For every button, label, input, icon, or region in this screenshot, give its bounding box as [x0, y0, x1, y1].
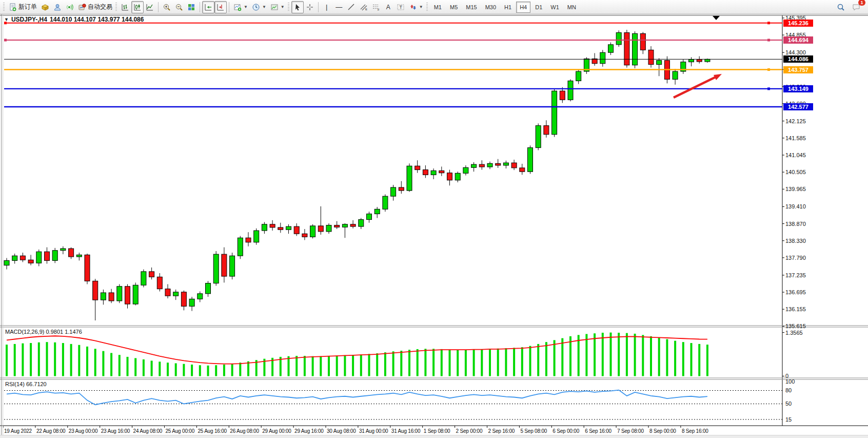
cursor-icon	[293, 3, 302, 11]
macd-histogram-bar	[127, 357, 129, 376]
text-label-button[interactable]: T	[394, 1, 407, 13]
candle-body	[471, 164, 477, 167]
candle-body	[222, 254, 227, 276]
tile-windows-button[interactable]	[185, 1, 198, 13]
auto-scroll-button[interactable]	[202, 1, 214, 13]
candle-body	[391, 187, 396, 196]
hline-handle[interactable]	[767, 68, 770, 71]
macd-histogram-bar	[376, 353, 378, 376]
toolbar-grip[interactable]	[426, 3, 428, 12]
fibonacci-button[interactable]: F	[370, 1, 382, 13]
candle-body	[157, 277, 162, 289]
indicators-button[interactable]: ▼	[231, 1, 250, 13]
notifications-button[interactable]: 1	[850, 1, 863, 13]
candle-body	[76, 255, 82, 257]
timeframe-button-M5[interactable]: M5	[446, 2, 461, 13]
candle-body	[173, 292, 179, 296]
candle-body	[36, 252, 42, 263]
svg-text:T: T	[399, 5, 402, 10]
line-chart-icon	[146, 3, 154, 11]
macd-histogram-bar	[207, 366, 209, 376]
hline-handle[interactable]	[4, 39, 7, 42]
timeframe-button-H1[interactable]: H1	[501, 2, 515, 13]
macd-histogram-bar	[513, 348, 515, 376]
timeframe-button-M1[interactable]: M1	[430, 2, 445, 13]
macd-histogram-bar	[602, 333, 604, 376]
candle-body	[455, 173, 460, 180]
candle-body	[657, 61, 662, 65]
toolbar-grip[interactable]	[3, 3, 5, 12]
macd-histogram-bar	[102, 351, 104, 376]
hline-handle[interactable]	[767, 87, 770, 90]
horizontal-line-button[interactable]: —	[333, 1, 345, 13]
candle-body	[12, 256, 17, 260]
chart-shift-marker	[713, 16, 720, 20]
candlestick-button[interactable]	[131, 1, 144, 13]
hline-handle[interactable]	[767, 22, 770, 24]
news-button[interactable]	[64, 1, 76, 13]
search-button[interactable]	[835, 1, 847, 13]
timeframe-button-M30[interactable]: M30	[482, 2, 500, 13]
candle-body	[326, 225, 331, 232]
macd-histogram-bar	[521, 347, 523, 376]
toolbar-grip[interactable]	[115, 3, 117, 12]
toolbar-grip[interactable]	[288, 3, 289, 12]
macd-histogram-bar	[658, 337, 660, 376]
timeframe-button-M15[interactable]: M15	[462, 2, 480, 13]
candle-body	[673, 71, 678, 79]
zoom-in-icon	[163, 3, 171, 11]
auto-scroll-icon	[204, 3, 212, 11]
new-order-button[interactable]: 新订单	[7, 1, 39, 13]
timeframe-button-W1[interactable]: W1	[547, 2, 563, 13]
crosshair-button[interactable]	[304, 1, 316, 13]
vertical-line-button[interactable]: |	[321, 1, 333, 13]
zoom-in-button[interactable]	[161, 1, 173, 13]
periods-button[interactable]: ▼	[250, 1, 268, 13]
bar-chart-button[interactable]	[119, 1, 131, 13]
macd-histogram-bar	[151, 360, 153, 376]
timeframe-button-D1[interactable]: D1	[531, 2, 546, 13]
hline-handle[interactable]	[4, 22, 7, 24]
hline-handle[interactable]	[767, 39, 770, 42]
macd-histogram-bar	[408, 350, 410, 376]
new-order-label: 新订单	[18, 3, 37, 11]
rsi-line	[7, 390, 707, 405]
macd-histogram-bar	[529, 346, 531, 376]
macd-histogram-bar	[634, 334, 636, 376]
chevron-down-icon: ▼	[244, 5, 248, 9]
market-button[interactable]	[39, 1, 51, 13]
timeframe-button-MN[interactable]: MN	[564, 2, 580, 13]
timeframe-button-H4[interactable]: H4	[516, 2, 530, 13]
signals-button[interactable]	[51, 1, 64, 13]
macd-histogram-bar	[223, 365, 225, 376]
candle-body	[149, 272, 154, 277]
text-button[interactable]: A	[382, 1, 394, 13]
autotrading-button[interactable]: 自动交易	[76, 1, 114, 13]
candle-body	[463, 167, 468, 173]
macd-histogram-bar	[497, 349, 499, 376]
signals-icon	[53, 3, 62, 11]
candle-body	[93, 281, 98, 300]
arrows-icon	[409, 3, 417, 11]
trendline-button[interactable]	[345, 1, 358, 13]
equidistant-channel-button[interactable]: E	[358, 1, 370, 13]
templates-button[interactable]: ▼	[268, 1, 287, 13]
arrows-button[interactable]: ▼	[407, 1, 425, 13]
cursor-button[interactable]	[291, 1, 304, 13]
macd-histogram-bar	[626, 333, 628, 376]
candle-body	[415, 166, 420, 169]
macd-histogram-bar	[344, 355, 346, 376]
annotation-arrow-line[interactable]	[674, 77, 716, 98]
macd-histogram-bar	[585, 334, 587, 376]
candle-body	[52, 251, 57, 261]
window-left-border-inner	[3, 14, 3, 435]
macd-histogram-bar	[618, 333, 620, 376]
zoom-out-button[interactable]	[173, 1, 185, 13]
macd-histogram-bar	[594, 333, 596, 376]
ohlc-bars-icon	[121, 3, 129, 11]
chart-canvas[interactable]	[0, 14, 868, 438]
chart-shift-button[interactable]	[214, 1, 227, 13]
line-chart-button[interactable]	[144, 1, 156, 13]
annotation-arrow-head[interactable]	[714, 74, 722, 80]
vertical-line-icon: |	[326, 4, 327, 10]
